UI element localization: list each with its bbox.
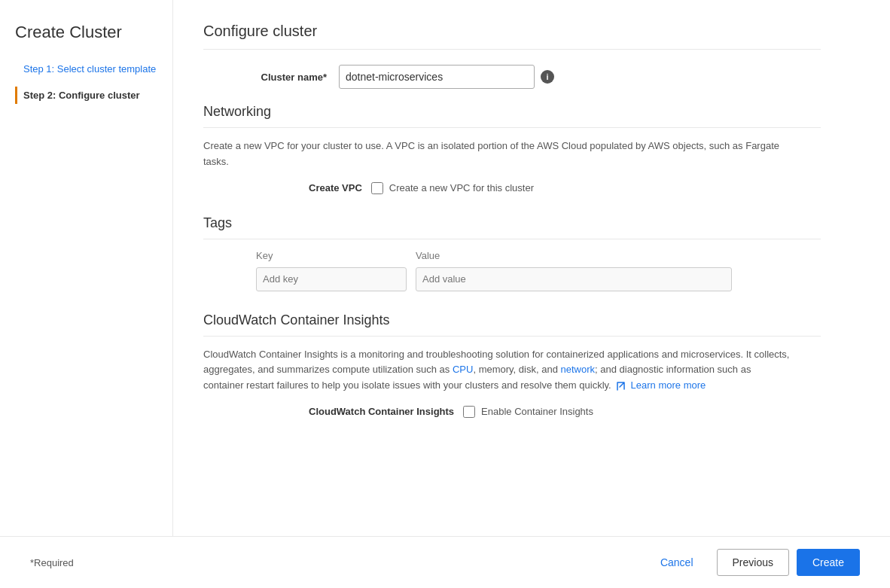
cluster-name-row: Cluster name* i (203, 65, 821, 89)
tags-key-input[interactable] (256, 267, 407, 291)
tags-key-col: Key (256, 250, 407, 291)
learn-more-link[interactable]: Learn more more (617, 379, 706, 391)
tags-key-label: Key (256, 250, 407, 261)
step2-label: Step 2: Configure cluster (23, 90, 140, 101)
external-link-icon (617, 382, 626, 391)
tags-row: Key Value (256, 250, 821, 291)
sidebar-item-step2[interactable]: Step 2: Configure cluster (15, 87, 157, 104)
tags-value-label: Value (416, 250, 732, 261)
cluster-name-label: Cluster name* (203, 72, 339, 83)
tags-value-col: Value (416, 250, 732, 291)
tags-heading: Tags (203, 215, 821, 239)
create-vpc-label: Create VPC (309, 182, 362, 193)
cancel-button[interactable]: Cancel (645, 549, 709, 576)
main-content: Configure cluster Cluster name* i Networ… (173, 0, 851, 588)
cloudwatch-heading: CloudWatch Container Insights (203, 312, 821, 337)
create-vpc-row: Create VPC Create a new VPC for this clu… (309, 182, 821, 194)
create-button[interactable]: Create (797, 549, 860, 576)
container-insights-desc: Enable Container Insights (481, 406, 593, 417)
container-insights-checkbox[interactable] (463, 406, 475, 418)
previous-button[interactable]: Previous (717, 549, 789, 576)
footer-actions: Cancel Previous Create (645, 549, 860, 576)
step1-label: Step 1: Select cluster template (23, 63, 156, 75)
footer: *Required Cancel Previous Create (0, 536, 890, 588)
tags-value-input[interactable] (416, 267, 732, 291)
cluster-name-input[interactable] (339, 65, 535, 89)
networking-heading: Networking (203, 104, 821, 128)
networking-section: Networking Create a new VPC for your clu… (203, 104, 821, 194)
networking-description: Create a new VPC for your cluster to use… (203, 139, 791, 170)
cluster-name-info-icon[interactable]: i (541, 70, 554, 84)
sidebar-item-step1[interactable]: Step 1: Select cluster template (15, 60, 157, 78)
create-vpc-checkbox[interactable] (371, 182, 383, 194)
tags-section: Tags Key Value (203, 215, 821, 291)
sidebar: Create Cluster Step 1: Select cluster te… (0, 0, 173, 588)
container-insights-label: CloudWatch Container Insights (309, 406, 454, 417)
create-vpc-desc: Create a new VPC for this cluster (389, 182, 534, 193)
container-insights-row: CloudWatch Container Insights Enable Con… (309, 406, 821, 418)
configure-cluster-title: Configure cluster (203, 23, 821, 50)
cloudwatch-section: CloudWatch Container Insights CloudWatch… (203, 312, 821, 418)
page-title: Create Cluster (15, 23, 157, 42)
required-label: *Required (30, 557, 74, 568)
cloudwatch-description: CloudWatch Container Insights is a monit… (203, 347, 791, 394)
